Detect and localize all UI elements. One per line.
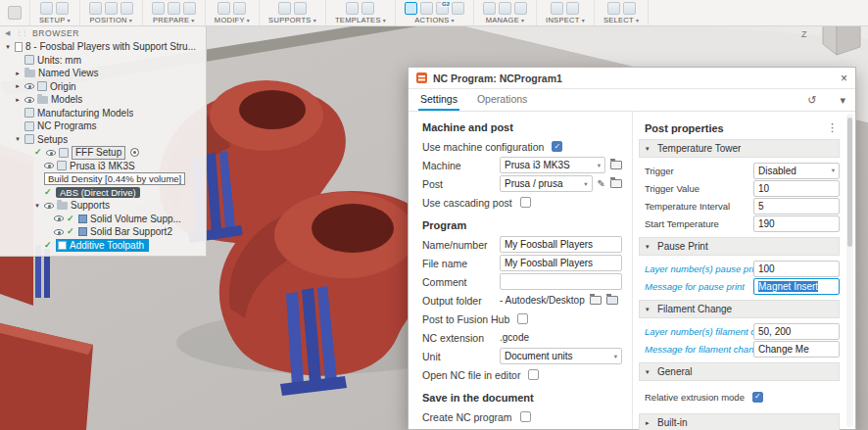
position-tool-icon-3[interactable] (121, 2, 133, 15)
open-nc-file-in-editor-checkbox[interactable] (528, 369, 539, 380)
edit-post-icon[interactable]: ✎ (598, 179, 605, 189)
eye-icon[interactable] (44, 203, 54, 209)
scrollbar-thumb[interactable] (847, 118, 852, 247)
manage-tool-icon-2[interactable] (499, 2, 511, 15)
toolbar-menu-position[interactable]: POSITION▾ (90, 15, 133, 25)
post-to-fusion-hub-checkbox[interactable] (517, 313, 528, 324)
toolbar-menu-templates[interactable]: TEMPLATES▾ (335, 15, 386, 25)
tab-settings[interactable]: Settings (418, 89, 459, 111)
inspect-tool-icon-1[interactable] (551, 2, 563, 15)
browser-row-prusa-i3-mk3s[interactable]: Prusa i3 MK3S (0, 160, 206, 173)
browser-row-solid-bar-support2[interactable]: ✓Solid Bar Support2 (0, 225, 206, 239)
prepare-tool-icon-1[interactable] (152, 2, 165, 15)
group-filament-change[interactable]: ▾Filament Change (639, 300, 840, 318)
create-nc-program-checkbox[interactable] (520, 411, 531, 422)
folder-icon[interactable] (610, 179, 622, 188)
group-temperature-tower[interactable]: ▾Temperature Tower (639, 139, 840, 158)
actions-tool-icon-1[interactable] (405, 2, 417, 15)
tab-operations[interactable]: Operations (475, 89, 529, 111)
manage-tool-icon-1[interactable] (483, 2, 496, 15)
manage-tool-icon-3[interactable] (514, 2, 527, 15)
browser-row-models[interactable]: ▸Models (0, 93, 206, 107)
browser-row-nc-programs[interactable]: NC Programs (0, 119, 206, 133)
setup-tool-icon-1[interactable] (40, 2, 53, 15)
toolbar-menu-manage[interactable]: MANAGE▾ (486, 15, 525, 25)
message-for-filament-change-input[interactable]: Change Me (753, 341, 840, 358)
open-folder-icon[interactable] (606, 296, 618, 305)
eye-icon[interactable] (54, 215, 64, 221)
browser-row-supports[interactable]: ▾Supports (0, 199, 206, 213)
toolbar-menu-inspect[interactable]: INSPECT▾ (546, 15, 585, 25)
group-general[interactable]: ▾General (639, 362, 840, 381)
browser-row-solid-volume-supp[interactable]: ✓Solid Volume Supp... (0, 213, 206, 226)
select-tool-icon-1[interactable] (607, 2, 620, 15)
folder-icon[interactable] (610, 161, 622, 169)
toolbar-menu-supports[interactable]: SUPPORTS▾ (268, 15, 316, 25)
group-pause-print[interactable]: ▾Pause Print (639, 237, 840, 256)
start-temperature-input[interactable]: 190 (753, 215, 840, 232)
eye-icon[interactable] (24, 97, 34, 103)
file-name-input[interactable]: My Foosball Players (500, 255, 622, 271)
close-icon[interactable]: × (841, 72, 847, 84)
browser-row-manufacturing-models[interactable]: Manufacturing Models (0, 107, 206, 120)
actions-tool-icon-3[interactable]: G2 (436, 2, 449, 15)
toolbar-menu-setup[interactable]: SETUP▾ (39, 15, 71, 25)
expand-arrow-icon[interactable]: ▸ (14, 70, 22, 77)
app-grid-icon[interactable] (8, 6, 22, 20)
prepare-tool-icon-2[interactable] (168, 2, 180, 15)
browser-row-abs-direct-drive[interactable]: ✓ABS (Direct Drive) (0, 186, 206, 200)
browser-row-8-foosbal-players-with-support-stru[interactable]: ▾8 - Foosbal Players with Support Stru..… (0, 40, 206, 54)
comment-input[interactable] (500, 273, 622, 290)
actions-tool-icon-4[interactable] (452, 2, 464, 15)
actions-tool-icon-2[interactable] (420, 2, 433, 15)
collapse-panel-icon[interactable]: ◀ (5, 29, 11, 37)
inspect-tool-icon-2[interactable] (566, 2, 579, 15)
prepare-tool-icon-3[interactable] (183, 2, 196, 15)
supports-tool-icon-2[interactable] (294, 2, 307, 15)
expand-arrow-icon[interactable]: ▾ (33, 202, 41, 210)
post-select[interactable]: Prusa / prusa▾ (500, 175, 593, 192)
position-tool-icon-2[interactable] (105, 2, 118, 15)
relative-extrusion-mode-checkbox[interactable]: ✓ (752, 392, 763, 403)
toolbar-menu-modify[interactable]: MODIFY▾ (215, 15, 250, 25)
folder-icon[interactable] (590, 296, 602, 305)
message-for-pause-print-input[interactable]: Magnet Insert (753, 278, 840, 295)
trigger-value-input[interactable]: 10 (753, 180, 840, 197)
browser-row-additive-toolpath[interactable]: ✓Additive Toolpath (0, 239, 206, 253)
expand-arrow-icon[interactable]: ▾ (14, 135, 22, 143)
expand-arrow-icon[interactable]: ▾ (4, 43, 12, 51)
modify-tool-icon-2[interactable] (233, 2, 246, 15)
name-number-input[interactable]: My Foosball Players (500, 236, 622, 253)
browser-row-fff-setup[interactable]: ✓FFF Setup (0, 146, 206, 160)
setup-tool-icon-2[interactable] (56, 2, 69, 15)
eye-icon[interactable] (44, 163, 54, 168)
supports-tool-icon-1[interactable] (278, 2, 291, 15)
kebab-menu-icon[interactable]: ⋮ (827, 121, 838, 134)
browser-row-named-views[interactable]: ▸Named Views (0, 67, 206, 80)
use-machine-configuration-checkbox[interactable]: ✓ (552, 141, 562, 152)
presets-history-icon[interactable]: ↺ (807, 94, 816, 107)
templates-tool-icon-1[interactable] (346, 2, 359, 15)
trigger-select[interactable]: Disabled▾ (753, 163, 840, 179)
group-built-in[interactable]: ▸Built-in (639, 413, 840, 430)
dialog-scrollbar[interactable] (846, 114, 853, 427)
expand-arrow-icon[interactable]: ▸ (14, 82, 22, 90)
toolbar-menu-prepare[interactable]: PREPARE▾ (153, 15, 195, 25)
browser-row-units-mm[interactable]: Units: mm (0, 54, 206, 68)
expand-arrow-icon[interactable]: ▸ (14, 96, 22, 104)
select-tool-icon-2[interactable] (623, 2, 636, 15)
browser-row-setups[interactable]: ▾Setups (0, 133, 206, 147)
browser-row-build-density-0-44-by-volume[interactable]: Build Density [0.44% by volume] (0, 172, 206, 186)
layer-number-s-filament-change-input[interactable]: 50, 200 (753, 323, 840, 340)
eye-icon[interactable] (54, 229, 64, 235)
temperature-interval-input[interactable]: 5 (753, 198, 840, 215)
eye-icon[interactable] (24, 83, 34, 89)
dialog-titlebar[interactable]: NC Program: NCProgram1 × (409, 68, 855, 89)
eye-icon[interactable] (46, 150, 56, 156)
position-tool-icon-1[interactable] (89, 2, 102, 15)
browser-row-origin[interactable]: ▸Origin (0, 80, 206, 94)
templates-tool-icon-2[interactable] (362, 2, 374, 15)
toolbar-menu-select[interactable]: SELECT▾ (603, 15, 639, 25)
use-cascading-post-checkbox[interactable] (520, 197, 531, 208)
unit-select[interactable]: Document units▾ (500, 348, 622, 364)
